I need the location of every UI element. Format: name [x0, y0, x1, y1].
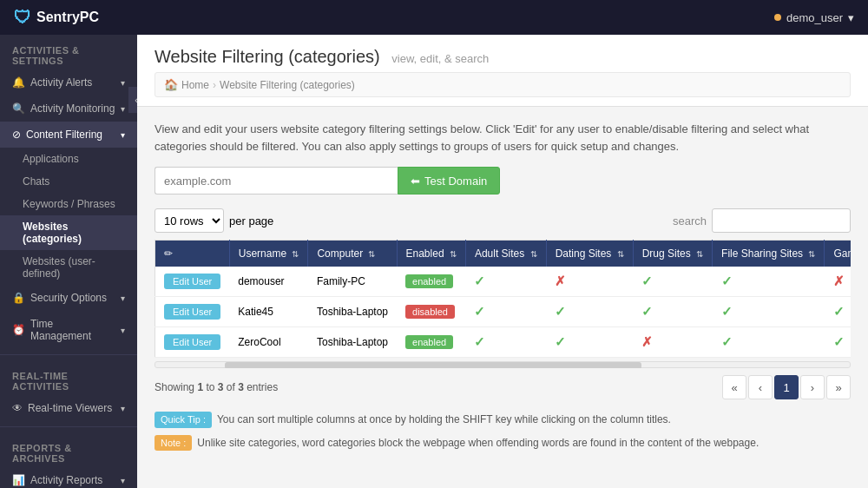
sidebar-item-security-options[interactable]: 🔒 Security Options ▾	[0, 285, 137, 311]
check-icon: ✓	[474, 274, 485, 288]
chevron-icon: ▾	[121, 476, 125, 485]
domain-test-row: ⬅ Test Domain	[155, 167, 851, 195]
check-icon: ✓	[474, 334, 485, 349]
drug-cell: ✓	[633, 297, 712, 327]
col-username[interactable]: Username ⇅	[229, 241, 308, 267]
sidebar-section-title-reports: Reports & Archives	[0, 432, 137, 467]
chevron-icon: ▾	[121, 293, 125, 303]
rows-select[interactable]: 10 rows 25 rows 50 rows	[155, 208, 224, 233]
sidebar-section-reports: Reports & Archives 📊 Activity Reports ▾ …	[0, 432, 137, 488]
cross-icon: ✗	[833, 274, 845, 288]
col-file-sharing[interactable]: File Sharing Sites ⇅	[713, 241, 825, 267]
edit-user-button[interactable]: Edit User	[164, 304, 220, 320]
search-label: search	[673, 214, 707, 228]
horizontal-scrollbar[interactable]	[155, 361, 851, 368]
sidebar-item-keywords[interactable]: Keywords / Phrases	[0, 193, 137, 215]
col-adult[interactable]: Adult Sites ⇅	[465, 241, 546, 267]
adult-cell: ✓	[465, 267, 546, 297]
search-icon: 🔍	[12, 102, 25, 115]
sidebar-label-content-filtering: Content Filtering	[26, 129, 102, 141]
sidebar-item-time-management[interactable]: ⏰ Time Management ▾	[0, 311, 137, 349]
check-icon: ✓	[721, 274, 733, 288]
chevron-icon: ▾	[121, 104, 125, 114]
layout: ‹ Activities & Settings 🔔 Activity Alert…	[0, 35, 868, 488]
col-enabled-label: Enabled	[406, 247, 444, 260]
sidebar-label-activity-alerts: Activity Alerts	[30, 76, 92, 89]
col-gambling[interactable]: Gambling Sites ⇅	[825, 241, 851, 267]
note-text: Unlike site categories, word categories …	[197, 435, 759, 451]
edit-user-button[interactable]: Edit User	[164, 334, 220, 350]
sidebar-item-content-filtering[interactable]: ⊘ Content Filtering ▾	[0, 122, 137, 148]
chevron-icon: ▾	[121, 78, 125, 88]
check-icon: ✓	[474, 304, 485, 319]
sidebar-toggle-button[interactable]: ‹	[128, 87, 137, 113]
user-status-dot	[774, 14, 781, 21]
page-next-button[interactable]: ›	[800, 375, 825, 399]
status-badge: enabled	[405, 335, 453, 349]
test-domain-label: Test Domain	[424, 175, 487, 188]
content-header: Website Filtering (categories) view, edi…	[137, 35, 868, 107]
pagination: « ‹ 1 › »	[722, 375, 851, 399]
sidebar-label-time: Time Management	[30, 318, 115, 342]
edit-user-button[interactable]: Edit User	[164, 274, 220, 289]
enabled-cell: enabled	[397, 327, 465, 358]
user-menu[interactable]: demo_user ▾	[774, 11, 854, 24]
col-drug[interactable]: Drug Sites ⇅	[633, 241, 712, 267]
col-gambling-label: Gambling Sites	[833, 247, 851, 260]
page-current-button[interactable]: 1	[774, 375, 799, 399]
computer-cell: Toshiba-Laptop	[308, 297, 397, 327]
col-dating-label: Dating Sites	[556, 247, 612, 260]
drug-cell: ✗	[633, 327, 712, 358]
col-enabled[interactable]: Enabled ⇅	[397, 241, 465, 267]
dating-cell: ✓	[546, 297, 633, 327]
sidebar-item-websites-user[interactable]: Websites (user-defined)	[0, 250, 137, 285]
dating-cell: ✗	[546, 267, 633, 297]
quick-tip-label: Quick Tip :	[155, 412, 212, 428]
breadcrumb-current: Website Filtering (categories)	[220, 79, 355, 91]
breadcrumb-home[interactable]: Home	[181, 79, 209, 91]
page-first-button[interactable]: «	[722, 375, 746, 399]
quick-tip-box: Quick Tip : You can sort multiple column…	[155, 412, 851, 428]
file-sharing-cell: ✓	[713, 327, 825, 358]
sidebar-item-websites-categories[interactable]: Websites (categories)	[0, 215, 137, 250]
page-title: Website Filtering (categories) view, edi…	[155, 47, 851, 67]
sidebar-item-applications[interactable]: Applications	[0, 148, 137, 170]
domain-input[interactable]	[155, 167, 398, 195]
sidebar-label-security: Security Options	[30, 292, 107, 304]
page-last-button[interactable]: »	[826, 375, 851, 399]
sort-icon: ⇅	[292, 249, 299, 259]
brand: 🛡 SentryPC	[14, 8, 99, 28]
username-cell: ZeroCool	[229, 327, 308, 358]
search-wrap: search	[673, 208, 851, 233]
table-row: Edit User ZeroCool Toshiba-Laptop enable…	[155, 327, 852, 358]
sort-icon: ⇅	[696, 249, 703, 259]
sidebar-item-activity-monitoring[interactable]: 🔍 Activity Monitoring ▾	[0, 96, 137, 122]
sidebar-item-activity-reports[interactable]: 📊 Activity Reports ▾	[0, 467, 137, 488]
col-dating[interactable]: Dating Sites ⇅	[546, 241, 633, 267]
file-sharing-cell: ✓	[713, 267, 825, 297]
sort-icon: ⇅	[530, 249, 537, 259]
cross-icon: ✗	[641, 334, 653, 349]
search-input[interactable]	[712, 208, 851, 233]
sidebar-item-activity-alerts[interactable]: 🔔 Activity Alerts ▾	[0, 69, 137, 96]
sidebar: ‹ Activities & Settings 🔔 Activity Alert…	[0, 35, 137, 488]
username-label: demo_user	[786, 11, 843, 24]
page-prev-button[interactable]: ‹	[748, 375, 773, 399]
sidebar-label-activity-monitoring: Activity Monitoring	[30, 102, 115, 115]
lock-icon: 🔒	[12, 292, 25, 304]
note-label: Note :	[155, 435, 192, 452]
shield-icon: 🛡	[14, 8, 31, 28]
col-adult-label: Adult Sites	[475, 247, 524, 260]
sidebar-item-chats[interactable]: Chats	[0, 170, 137, 193]
sidebar-item-realtime-viewers[interactable]: 👁 Real-time Viewers ▾	[0, 395, 137, 421]
cross-icon: ✗	[555, 274, 566, 288]
content-body: View and edit your users website categor…	[137, 107, 868, 465]
check-icon: ✓	[555, 304, 566, 319]
col-computer[interactable]: Computer ⇅	[308, 241, 397, 267]
test-domain-button[interactable]: ⬅ Test Domain	[398, 167, 500, 195]
table-header-row: ✏ Username ⇅ Computer ⇅ Enable	[155, 241, 852, 267]
table-row: Edit User demouser Family-PC enabled ✓ ✗…	[155, 267, 852, 297]
note-box: Note : Unlike site categories, word cate…	[155, 435, 851, 452]
navbar: 🛡 SentryPC demo_user ▾	[0, 0, 868, 35]
page-subtitle: view, edit, & search	[391, 52, 489, 65]
